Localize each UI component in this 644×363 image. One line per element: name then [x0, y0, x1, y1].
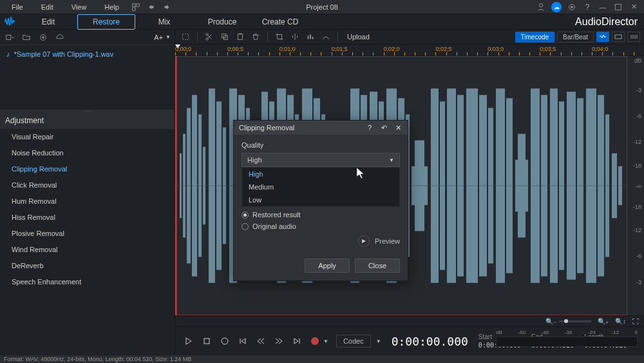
timeline-tick: 0;03;5: [540, 46, 556, 52]
zoom-in-h-icon[interactable]: 🔍₊: [598, 318, 609, 325]
db-label: -∞: [636, 183, 641, 190]
codec-button[interactable]: Codec: [336, 335, 371, 348]
dialog-help-icon[interactable]: ?: [365, 124, 374, 132]
adj-wind-removal[interactable]: Wind Removal: [0, 242, 175, 258]
menu-help[interactable]: Help: [95, 1, 128, 13]
tab-produce[interactable]: Produce: [193, 15, 251, 29]
timeline-tick: 0;02;5: [435, 46, 451, 52]
crop-icon[interactable]: [273, 30, 286, 43]
adj-speech-enhancement[interactable]: Speech Enhancement: [0, 274, 175, 290]
view-btn-1[interactable]: [596, 32, 609, 42]
rewind-button[interactable]: [254, 334, 268, 348]
font-size-label[interactable]: A+: [154, 34, 163, 41]
download-cloud-icon[interactable]: [54, 32, 66, 43]
adj-hum-removal[interactable]: Hum Removal: [0, 193, 175, 210]
minimize-icon[interactable]: —: [598, 2, 608, 12]
quality-opt-medium[interactable]: Medium: [242, 181, 399, 193]
menu-view[interactable]: View: [62, 1, 96, 13]
meter-scale: -12: [611, 329, 619, 335]
adj-dereverb[interactable]: DeReverb: [0, 258, 175, 274]
normalize-icon[interactable]: [304, 30, 317, 43]
undo-icon[interactable]: [146, 2, 156, 12]
svg-point-75: [222, 338, 228, 344]
tab-mix[interactable]: Mix: [135, 15, 193, 29]
adj-noise-reduction[interactable]: Noise Reduction: [0, 145, 175, 161]
status-text: Format: WAV, 48000Hz, 24-bits, Mono, Len…: [4, 356, 191, 362]
cut-icon[interactable]: [203, 30, 216, 43]
copy-icon[interactable]: [218, 30, 231, 43]
preview-play-button[interactable]: [358, 235, 370, 247]
skip-end-button[interactable]: [290, 334, 304, 348]
zoom-out-h-icon[interactable]: 🔍₋: [545, 318, 591, 325]
barbeat-toggle[interactable]: Bar/Beat: [557, 32, 594, 43]
timeline-ruler[interactable]: 0;00;00;00;50;01;00;01;50;02;00;02;50;03…: [175, 44, 644, 56]
svg-rect-17: [615, 35, 621, 39]
transport-bar: ▼ Codec ▼ 0:00:00.000 Start0:00:00.000 E…: [175, 326, 644, 355]
quality-opt-low[interactable]: Low: [242, 193, 399, 206]
radio-on-icon: [242, 211, 249, 219]
record-button[interactable]: [308, 334, 322, 348]
db-label: -18: [633, 162, 641, 169]
record-icon[interactable]: [37, 32, 49, 43]
left-toolbar: A+ ▼: [0, 30, 175, 45]
quality-opt-high[interactable]: High: [242, 168, 399, 181]
folder-icon[interactable]: [21, 32, 32, 43]
close-button[interactable]: Close: [355, 259, 400, 273]
menu-bar: File Edit View Help Project 08 ☁ ? — ✕: [0, 0, 644, 14]
zoom-v-icon[interactable]: 🔍↕: [615, 318, 626, 325]
main-toolbar: Upload Timecode Bar/Beat: [175, 30, 644, 44]
fade-icon[interactable]: [319, 30, 332, 43]
menu-edit[interactable]: Edit: [32, 1, 62, 13]
db-label: -3: [636, 279, 641, 286]
adj-visual-repair[interactable]: Visual Repair: [0, 129, 175, 145]
forward-button[interactable]: [272, 334, 286, 348]
redo-icon[interactable]: [162, 2, 172, 12]
settings-icon[interactable]: [567, 2, 577, 12]
file-item[interactable]: ♪ *Sample 07 with Clipping-1.wav: [3, 48, 172, 61]
paste-icon[interactable]: [234, 30, 247, 43]
restored-radio-row[interactable]: Restored result: [242, 211, 400, 219]
close-icon[interactable]: ✕: [629, 2, 639, 12]
play-button[interactable]: [182, 334, 196, 348]
svg-rect-6: [616, 4, 621, 10]
skip-start-button[interactable]: [236, 334, 250, 348]
svg-rect-2: [133, 7, 135, 10]
meter-scale: -48: [542, 329, 549, 335]
adj-clipping-removal[interactable]: Clipping Removal: [0, 161, 175, 177]
tab-restore[interactable]: Restore: [77, 14, 135, 30]
maximize-icon[interactable]: [613, 2, 623, 12]
codec-dropdown-icon[interactable]: ▼: [376, 338, 381, 344]
menu-file[interactable]: File: [3, 1, 32, 13]
library-icon[interactable]: [131, 2, 141, 12]
adj-click-removal[interactable]: Click Removal: [0, 177, 175, 193]
timeline-tick: 0;04;0: [592, 46, 608, 52]
original-radio-row[interactable]: Original audio: [242, 222, 400, 230]
loop-button[interactable]: [218, 334, 232, 348]
zoom-fit-icon[interactable]: ⛶: [632, 318, 639, 325]
cloud-icon[interactable]: ☁: [551, 2, 562, 12]
meter-scale: -60: [518, 329, 526, 335]
delete-icon[interactable]: [249, 30, 262, 43]
apply-button[interactable]: Apply: [305, 259, 350, 273]
upload-button[interactable]: Upload: [343, 32, 374, 42]
help-icon[interactable]: ?: [582, 2, 592, 12]
dialog-reset-icon[interactable]: ↶: [379, 124, 388, 132]
record-dropdown-icon[interactable]: ▼: [323, 338, 328, 344]
tab-create-cd[interactable]: Create CD: [251, 15, 309, 29]
stop-button[interactable]: [200, 334, 214, 348]
split-icon[interactable]: [289, 30, 301, 43]
view-btn-3[interactable]: [627, 32, 640, 42]
dialog-close-icon[interactable]: ✕: [393, 124, 402, 132]
mode-tabs: Edit Restore Mix Produce Create CD Audio…: [0, 14, 644, 30]
view-btn-2[interactable]: [612, 32, 625, 42]
adj-hiss-removal[interactable]: Hiss Removal: [0, 210, 175, 226]
tab-edit[interactable]: Edit: [19, 15, 77, 29]
timecode-toggle[interactable]: Timecode: [515, 32, 555, 43]
import-icon[interactable]: [4, 32, 15, 43]
font-dropdown-icon[interactable]: ▼: [166, 34, 171, 40]
adj-plosive-removal[interactable]: Plosive Removal: [0, 226, 175, 242]
select-tool-icon[interactable]: [179, 30, 192, 43]
quality-select[interactable]: High ▼: [242, 153, 400, 167]
original-label: Original audio: [252, 222, 296, 230]
user-icon[interactable]: [536, 2, 546, 12]
